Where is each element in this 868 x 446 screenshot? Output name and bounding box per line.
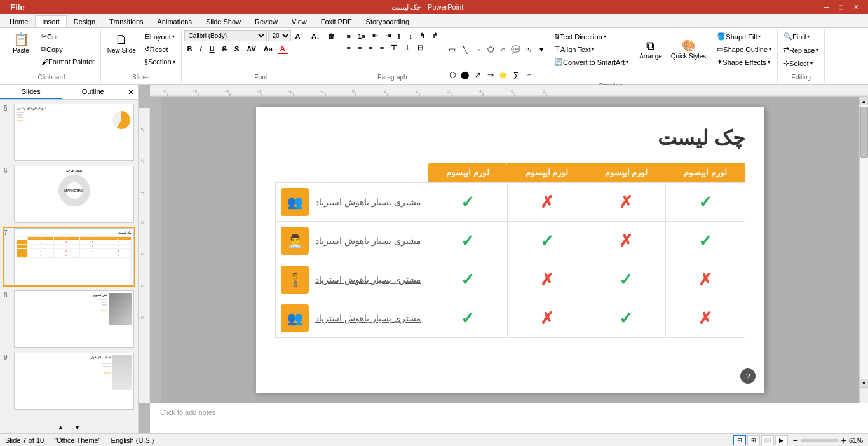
scroll-thumb[interactable] xyxy=(860,107,868,158)
quick-styles-button[interactable]: 🎨 Quick Styles xyxy=(667,36,710,62)
maximize-button[interactable]: □ xyxy=(835,3,847,11)
convert-smartart-button[interactable]: 🔄 Convert to SmartArt ▾ xyxy=(551,56,632,68)
tab-storyboarding[interactable]: Storyboarding xyxy=(359,15,417,27)
tab-design[interactable]: Design xyxy=(67,15,102,27)
layout-button[interactable]: ⊞ Layout ▾ xyxy=(141,30,179,43)
align-center-button[interactable]: ≡ xyxy=(355,43,365,53)
text-middle-button[interactable]: ⊥ xyxy=(401,43,414,53)
slide-thumb-5[interactable]: 5 نمودار دایره ای و نمایی ━━━━━━ ━━━━ ━━… xyxy=(3,102,135,162)
tab-home[interactable]: Home xyxy=(3,15,35,27)
align-left-button[interactable]: ≡ xyxy=(344,43,354,53)
panel-scroll-down[interactable]: ▼ xyxy=(69,422,86,432)
minimize-button[interactable]: ─ xyxy=(820,3,833,11)
shape2-1[interactable]: ⬡ xyxy=(447,70,458,80)
panel-close-button[interactable]: ✕ xyxy=(124,85,138,99)
ltr-button[interactable]: ↱ xyxy=(429,30,441,41)
shape2-4[interactable]: ⇒ xyxy=(485,70,496,80)
slide-sorter-button[interactable]: ⊞ xyxy=(747,435,760,445)
scroll-up-button[interactable]: ▲ xyxy=(860,97,869,105)
change-case-button[interactable]: Aa xyxy=(261,44,276,54)
find-button[interactable]: 🔍 Find ▾ xyxy=(780,30,813,43)
notes-area[interactable]: Click to add notes xyxy=(150,403,868,433)
paste-button[interactable]: 📋 Paste xyxy=(5,30,37,57)
shape-more-button[interactable]: ▾ xyxy=(536,44,547,55)
zoom-in-icon[interactable]: + xyxy=(862,390,865,396)
shape2-6[interactable]: ∑ xyxy=(510,70,522,80)
tab-slideshow[interactable]: Slide Show xyxy=(199,15,248,27)
strikethrough-button[interactable]: S xyxy=(219,44,230,54)
tab-view[interactable]: View xyxy=(285,15,314,27)
text-shadow-button[interactable]: S xyxy=(231,44,242,54)
slideshow-view-button[interactable]: ▶ xyxy=(775,435,788,445)
format-painter-button[interactable]: 🖌 Format Painter xyxy=(38,56,98,67)
zoom-out-button[interactable]: − xyxy=(793,435,798,445)
shape-pentagon-button[interactable]: ⬠ xyxy=(485,44,496,55)
char-spacing-button[interactable]: AV xyxy=(243,44,259,54)
font-size-select[interactable]: 20 xyxy=(268,30,291,41)
panel-scroll-up[interactable]: ▲ xyxy=(53,422,69,432)
bold-button[interactable]: B xyxy=(184,44,196,54)
tab-review[interactable]: Review xyxy=(248,15,285,27)
slide-thumb-6[interactable]: 6 نمودار چرخه MARKETING xyxy=(3,165,135,224)
shape-oval-button[interactable]: ○ xyxy=(498,44,509,55)
file-button[interactable]: File xyxy=(5,1,30,13)
bullets-button[interactable]: ≡ xyxy=(344,31,354,41)
shape2-5[interactable]: ⭐ xyxy=(498,70,509,80)
zoom-slider[interactable] xyxy=(801,439,839,442)
shape-outline-button[interactable]: ▭ Shape Outline ▾ xyxy=(714,43,775,55)
cut-button[interactable]: ✂ Cut xyxy=(38,30,98,43)
section-button[interactable]: § Section ▾ xyxy=(141,56,179,67)
rtl-button[interactable]: ↰ xyxy=(416,30,428,41)
tab-foxitpdf[interactable]: Foxit PDF xyxy=(314,15,359,27)
help-button[interactable]: ? xyxy=(740,368,756,384)
shape-callout-button[interactable]: 💬 xyxy=(510,44,522,55)
tab-insert[interactable]: Insert xyxy=(35,15,67,27)
smart-lookup-button[interactable]: ⊟ xyxy=(414,43,426,53)
shape2-2[interactable]: ⬤ xyxy=(459,70,471,80)
text-indent-button[interactable]: ⊤ xyxy=(388,43,400,53)
columns-button[interactable]: ⫿ xyxy=(395,31,405,41)
slide-thumb-7[interactable]: 7 چک لیست لورم لورم لورم لورم xyxy=(3,227,135,287)
shape-line-button[interactable]: ╲ xyxy=(459,44,471,55)
numbering-button[interactable]: 1≡ xyxy=(355,31,369,41)
new-slide-button[interactable]: 🗋 New Slide xyxy=(104,30,140,57)
decrease-font-button[interactable]: A↓ xyxy=(308,31,323,41)
shape-rect-button[interactable]: ▭ xyxy=(447,44,458,55)
panel-tab-outline[interactable]: Outline xyxy=(62,85,125,99)
tab-animations[interactable]: Animations xyxy=(151,15,199,27)
reading-view-button[interactable]: 📖 xyxy=(761,435,774,445)
slide-container[interactable]: چک لیست لورم ایپسوم لورم ایپسوم لورم ایپ… xyxy=(161,97,859,403)
scroll-down-button[interactable]: ▼ xyxy=(860,379,869,388)
shape-fill-button[interactable]: 🪣 Shape Fill ▾ xyxy=(714,30,775,43)
increase-indent-button[interactable]: ⇥ xyxy=(382,30,394,41)
text-direction-button[interactable]: ⇅ Text Direction ▾ xyxy=(551,30,632,43)
replace-button[interactable]: ⇄ Replace ▾ xyxy=(780,44,822,56)
shape-curve-button[interactable]: ∿ xyxy=(523,44,534,55)
arrange-button[interactable]: ⧉ Arrange xyxy=(635,37,666,62)
font-name-select[interactable]: Calibri (Body) xyxy=(184,30,267,41)
slide-thumb-9[interactable]: 9 اسلاید نقل قول " ━━━━━━━ ━━━━━━ amazon xyxy=(3,351,135,411)
decrease-indent-button[interactable]: ⇤ xyxy=(369,30,381,41)
align-text-button[interactable]: ⊤ Align Text ▾ xyxy=(551,43,632,55)
shape-effects-button[interactable]: ✦ Shape Effects ▾ xyxy=(714,56,775,68)
increase-font-button[interactable]: A↑ xyxy=(292,31,307,41)
justify-button[interactable]: ≡ xyxy=(377,43,387,53)
zoom-out-icon[interactable]: - xyxy=(863,396,865,403)
copy-button[interactable]: ⧉ Copy xyxy=(38,43,98,55)
underline-button[interactable]: U xyxy=(207,44,218,54)
clear-format-button[interactable]: 🗑 xyxy=(325,31,338,41)
normal-view-button[interactable]: ⊟ xyxy=(733,435,746,445)
slide-thumb-8[interactable]: 8 ملن تصاویر ━━━━━━━ ━━━━━━ ━━━━ amazon xyxy=(3,289,135,349)
shape2-7[interactable]: ≈ xyxy=(523,70,534,80)
panel-tab-slides[interactable]: Slides xyxy=(0,85,62,99)
shape-arrow-button[interactable]: → xyxy=(472,44,484,55)
italic-button[interactable]: I xyxy=(197,44,205,54)
reset-button[interactable]: ↺ Reset xyxy=(141,43,179,55)
close-button[interactable]: ✕ xyxy=(850,3,863,11)
zoom-in-button[interactable]: + xyxy=(841,435,846,445)
font-color-button[interactable]: A xyxy=(277,43,288,54)
select-button[interactable]: ⊹ Select ▾ xyxy=(780,57,816,69)
line-spacing-button[interactable]: ↕ xyxy=(405,31,416,41)
align-right-button[interactable]: ≡ xyxy=(365,43,376,53)
shape2-3[interactable]: ↗ xyxy=(472,70,484,80)
